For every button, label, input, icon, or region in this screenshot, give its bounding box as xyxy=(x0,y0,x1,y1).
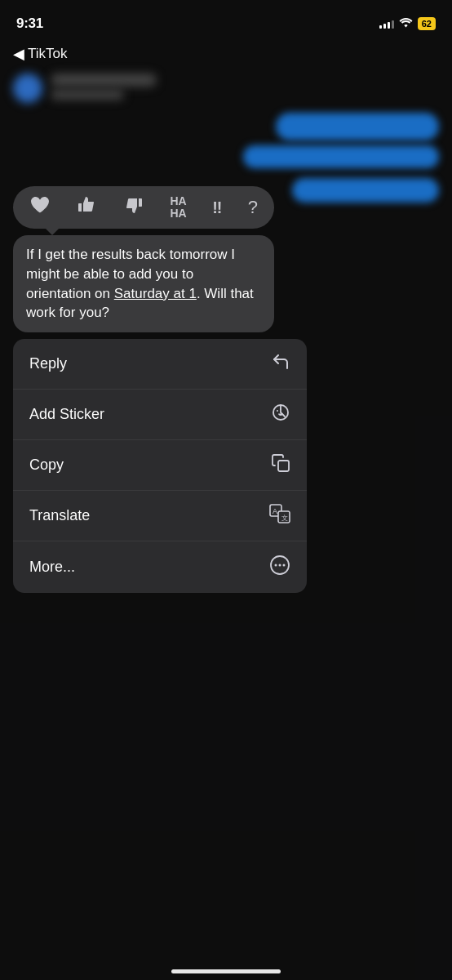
svg-text:文: 文 xyxy=(281,514,288,522)
message-bubble: If I get the results back tomorrow I mig… xyxy=(13,235,274,332)
copy-icon xyxy=(271,453,290,477)
context-menu-reply[interactable]: Reply xyxy=(13,339,307,390)
context-menu-more[interactable]: More... xyxy=(13,541,307,593)
svg-point-10 xyxy=(279,564,281,567)
signal-bar-2 xyxy=(383,24,386,29)
reaction-thumbsdown-icon[interactable] xyxy=(123,194,144,220)
back-label: TikTok xyxy=(28,46,68,62)
context-menu-copy-label: Copy xyxy=(29,457,64,474)
translate-icon: A 文 xyxy=(269,504,290,528)
message-text: If I get the results back tomorrow I mig… xyxy=(26,247,254,320)
status-bar: 9:31 62 xyxy=(0,0,452,36)
reaction-bubble: HAHA ‼ ? xyxy=(13,186,274,229)
context-menu: Reply Add Sticker xyxy=(13,339,307,593)
svg-point-2 xyxy=(280,408,281,410)
signal-bar-4 xyxy=(392,20,394,29)
back-button[interactable]: ◀ TikTok xyxy=(13,45,68,63)
reaction-haha-icon[interactable]: HAHA xyxy=(170,195,186,220)
svg-text:A: A xyxy=(273,507,277,515)
status-time: 9:31 xyxy=(16,16,43,32)
context-menu-add-sticker[interactable]: Add Sticker xyxy=(13,390,307,440)
nav-bar: ◀ TikTok xyxy=(0,36,452,72)
content-wrapper: 9:31 62 xyxy=(0,0,452,593)
wifi-icon xyxy=(399,17,413,30)
home-indicator xyxy=(171,969,281,973)
reaction-exclaim-icon[interactable]: ‼ xyxy=(212,198,222,217)
back-arrow-icon: ◀ xyxy=(13,45,24,63)
context-menu-copy[interactable]: Copy xyxy=(13,440,307,491)
reaction-thumbsup-icon[interactable] xyxy=(76,194,97,220)
context-menu-more-label: More... xyxy=(29,559,75,576)
signal-icon xyxy=(379,19,394,29)
context-menu-reply-label: Reply xyxy=(29,355,67,372)
context-menu-sticker-label: Add Sticker xyxy=(29,406,104,423)
battery-indicator: 62 xyxy=(418,17,436,30)
chat-area: HAHA ‼ ? If I get the results back tomor… xyxy=(0,72,452,593)
reply-icon xyxy=(271,352,290,376)
context-menu-translate-label: Translate xyxy=(29,507,90,524)
message-link[interactable]: Saturday at 1 xyxy=(114,286,197,301)
screen: 9:31 62 xyxy=(0,0,452,980)
reaction-question-icon[interactable]: ? xyxy=(248,197,258,218)
svg-point-11 xyxy=(283,564,286,567)
status-icons: 62 xyxy=(379,17,436,30)
more-icon xyxy=(269,555,290,580)
context-menu-translate[interactable]: Translate A 文 xyxy=(13,491,307,541)
signal-bar-1 xyxy=(379,25,382,29)
sticker-icon xyxy=(271,403,290,426)
reaction-heart-icon[interactable] xyxy=(29,195,51,220)
svg-point-9 xyxy=(275,564,277,567)
svg-rect-3 xyxy=(278,461,289,471)
svg-point-1 xyxy=(277,410,278,412)
signal-bar-3 xyxy=(388,22,390,29)
